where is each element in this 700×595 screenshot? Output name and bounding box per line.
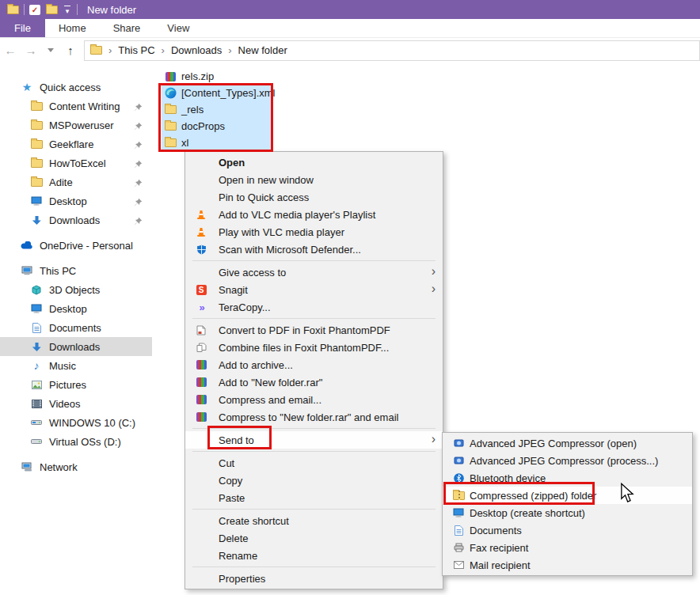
file-docprops-folder[interactable]: docProps xyxy=(162,118,273,135)
fax-icon xyxy=(452,541,465,554)
sidebar-item-desktop-qa[interactable]: Desktop xyxy=(0,191,152,210)
submenu-item-ajc-process[interactable]: Advanced JPEG Compressor (process...) xyxy=(443,452,692,469)
menu-item-scan-with-defender[interactable]: Scan with Microsoft Defender... xyxy=(185,241,443,258)
sidebar-item-virtual-d-drive[interactable]: Virtual OSs (D:) xyxy=(0,432,152,451)
menu-item-compress-and-email[interactable]: Compress and email... xyxy=(185,391,443,408)
file-xl-folder[interactable]: xl xyxy=(162,135,273,151)
menu-item-snagit[interactable]: S Snagit› xyxy=(185,281,443,298)
music-note-icon: ♪ xyxy=(30,359,43,372)
film-icon xyxy=(30,397,43,410)
file-content-types-xml[interactable]: [Content_Types].xml xyxy=(162,85,273,101)
tab-file[interactable]: File xyxy=(0,19,45,37)
breadcrumb-downloads[interactable]: Downloads xyxy=(171,44,222,56)
menu-item-compress-to-rar-and-email[interactable]: Compress to "New folder.rar" and email xyxy=(185,408,443,426)
winrar-icon xyxy=(195,393,207,406)
sidebar-item-downloads-pc[interactable]: Downloads xyxy=(0,337,152,356)
breadcrumb-new-folder[interactable]: New folder xyxy=(238,44,287,56)
sidebar-item-quick-access[interactable]: ★ Quick access xyxy=(0,78,152,97)
monitor-icon xyxy=(30,302,43,315)
picture-icon xyxy=(30,378,43,391)
submenu-item-bluetooth-device[interactable]: Bluetooth device xyxy=(443,469,692,487)
up-button[interactable]: ↑ xyxy=(60,44,81,57)
forward-button[interactable]: → xyxy=(21,44,41,57)
context-menu: Open Open in new window Pin to Quick acc… xyxy=(185,151,443,589)
sidebar-item-content-writing[interactable]: Content Writing xyxy=(0,97,152,116)
tab-home[interactable]: Home xyxy=(45,19,100,37)
submenu-item-desktop-create-shortcut[interactable]: Desktop (create shortcut) xyxy=(443,504,692,521)
menu-item-pin-to-quick-access[interactable]: Pin to Quick access xyxy=(185,188,443,206)
menu-item-properties[interactable]: Properties xyxy=(185,570,443,587)
document-icon xyxy=(452,524,465,536)
monitor-icon xyxy=(452,506,465,519)
pin-icon xyxy=(134,178,143,190)
sidebar-item-network[interactable]: Network xyxy=(0,457,152,476)
customize-toolbar-caret-icon[interactable]: ▾ xyxy=(63,6,72,14)
menu-item-open[interactable]: Open xyxy=(185,153,443,171)
file-rels-folder[interactable]: _rels xyxy=(162,101,273,118)
tab-share[interactable]: Share xyxy=(100,19,154,37)
foxit-page-icon xyxy=(195,324,207,336)
folder-icon[interactable] xyxy=(6,3,19,16)
explorer-window: { "titlebar": { "title": "New folder" },… xyxy=(0,0,700,595)
sidebar-item-onedrive[interactable]: OneDrive - Personal xyxy=(0,236,152,255)
menu-item-add-to-new-folder-rar[interactable]: Add to "New folder.rar" xyxy=(185,373,443,391)
properties-check-icon[interactable]: ✓ xyxy=(29,5,40,15)
menu-item-paste[interactable]: Paste xyxy=(185,489,443,506)
submenu-item-documents[interactable]: Documents xyxy=(443,521,692,539)
submenu-item-fax-recipient[interactable]: Fax recipient xyxy=(443,539,692,556)
sidebar-item-geekflare[interactable]: Geekflare xyxy=(0,135,152,153)
recent-locations-caret-icon[interactable] xyxy=(48,48,54,52)
menu-item-add-to-archive[interactable]: Add to archive... xyxy=(185,356,443,373)
winrar-icon xyxy=(195,376,207,388)
toolbar-separator xyxy=(24,4,25,15)
menu-item-convert-to-pdf-foxit[interactable]: Convert to PDF in Foxit PhantomPDF xyxy=(185,321,443,339)
folder-icon xyxy=(30,157,43,169)
menu-item-teracopy[interactable]: » TeraCopy... xyxy=(185,298,443,316)
address-bar: ← → ↑ › This PC › Downloads › New folder xyxy=(0,39,700,62)
drive-icon xyxy=(30,416,43,429)
menu-item-give-access-to[interactable]: Give access to› xyxy=(185,263,443,281)
submenu-item-mail-recipient[interactable]: Mail recipient xyxy=(443,556,692,574)
jpeg-compressor-icon xyxy=(452,437,465,449)
sidebar-item-howtoexcel[interactable]: HowToExcel xyxy=(0,153,152,172)
menu-item-send-to[interactable]: Send to› xyxy=(185,431,443,449)
folder-icon xyxy=(164,120,177,133)
submenu-item-ajc-open[interactable]: Advanced JPEG Compressor (open) xyxy=(443,434,692,452)
file-rels-zip[interactable]: rels.zip xyxy=(162,68,273,85)
sidebar-item-this-pc[interactable]: This PC xyxy=(0,261,152,280)
menu-separator xyxy=(192,318,436,319)
breadcrumb-this-pc[interactable]: This PC xyxy=(118,44,154,56)
sidebar-item-adite[interactable]: Adite xyxy=(0,172,152,191)
menu-item-play-with-vlc[interactable]: Play with VLC media player xyxy=(185,223,443,241)
address-field[interactable]: › This PC › Downloads › New folder xyxy=(84,40,700,61)
menu-item-add-to-vlc-playlist[interactable]: Add to VLC media player's Playlist xyxy=(185,206,443,223)
menu-separator xyxy=(192,509,436,510)
menu-item-rename[interactable]: Rename xyxy=(185,547,443,564)
back-button[interactable]: ← xyxy=(0,44,21,57)
sidebar-item-3d-objects[interactable]: 3D Objects xyxy=(0,280,152,299)
folder-icon xyxy=(164,104,177,116)
menu-item-cut[interactable]: Cut xyxy=(185,454,443,472)
submenu-item-compressed-zipped-folder[interactable]: Compressed (zipped) folder xyxy=(443,487,692,504)
menu-item-open-in-new-window[interactable]: Open in new window xyxy=(185,171,443,188)
menu-item-delete[interactable]: Delete xyxy=(185,529,443,547)
file-list: rels.zip [Content_Types].xml _rels docPr… xyxy=(162,68,280,151)
sidebar-item-pictures[interactable]: Pictures xyxy=(0,375,152,394)
sidebar-item-music[interactable]: ♪ Music xyxy=(0,356,152,375)
menu-item-copy[interactable]: Copy xyxy=(185,472,443,489)
sidebar-item-desktop-pc[interactable]: Desktop xyxy=(0,299,152,318)
menu-item-create-shortcut[interactable]: Create shortcut xyxy=(185,512,443,529)
ribbon-tab-bar: File Home Share View xyxy=(0,19,700,38)
menu-item-combine-files-foxit[interactable]: Combine files in Foxit PhantomPDF... xyxy=(185,339,443,356)
sidebar-item-documents[interactable]: Documents xyxy=(0,318,152,337)
tab-view[interactable]: View xyxy=(154,19,203,37)
breadcrumb-chevron-icon: › xyxy=(105,44,115,56)
send-to-submenu: Advanced JPEG Compressor (open) Advanced… xyxy=(442,432,693,576)
star-icon: ★ xyxy=(21,81,33,93)
sidebar-item-windows-c-drive[interactable]: WINDOWS 10 (C:) xyxy=(0,413,152,432)
snagit-icon: S xyxy=(195,283,207,296)
new-folder-icon[interactable] xyxy=(45,3,58,16)
sidebar-item-videos[interactable]: Videos xyxy=(0,394,152,413)
sidebar-item-downloads-qa[interactable]: Downloads xyxy=(0,210,152,229)
sidebar-item-mspoweruser[interactable]: MSPoweruser xyxy=(0,116,152,135)
